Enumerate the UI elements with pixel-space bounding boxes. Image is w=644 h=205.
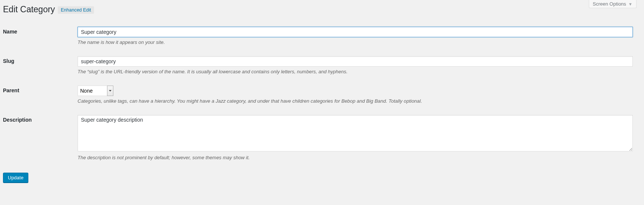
slug-description: The “slug” is the URL-friendly version o… [78, 69, 633, 74]
parent-select[interactable]: None [78, 86, 107, 96]
page-title: Edit Category [3, 4, 55, 15]
screen-options-label: Screen Options [593, 1, 626, 7]
slug-label: Slug [3, 51, 78, 80]
description-label: Description [3, 109, 78, 166]
name-description: The name is how it appears on your site. [78, 39, 633, 45]
chevron-down-icon [109, 90, 111, 92]
slug-input[interactable] [78, 56, 633, 67]
submit-row: Update [3, 173, 637, 183]
description-description: The description is not prominent by defa… [78, 155, 633, 160]
name-label: Name [3, 21, 78, 51]
screen-options-toggle[interactable]: Screen Options ▼ [589, 0, 637, 8]
update-button[interactable]: Update [3, 173, 28, 183]
description-textarea[interactable] [78, 115, 633, 151]
form-table: Name The name is how it appears on your … [3, 21, 637, 166]
dropdown-button[interactable] [107, 86, 113, 96]
parent-label: Parent [3, 80, 78, 109]
name-input[interactable] [78, 27, 633, 37]
svg-marker-0 [109, 90, 111, 92]
parent-description: Categories, unlike tags, can have a hier… [78, 98, 633, 104]
caret-down-icon: ▼ [628, 2, 632, 6]
page-wrap: Screen Options ▼ Edit Category Enhanced … [0, 0, 644, 190]
enhanced-edit-button[interactable]: Enhanced Edit [58, 6, 94, 14]
